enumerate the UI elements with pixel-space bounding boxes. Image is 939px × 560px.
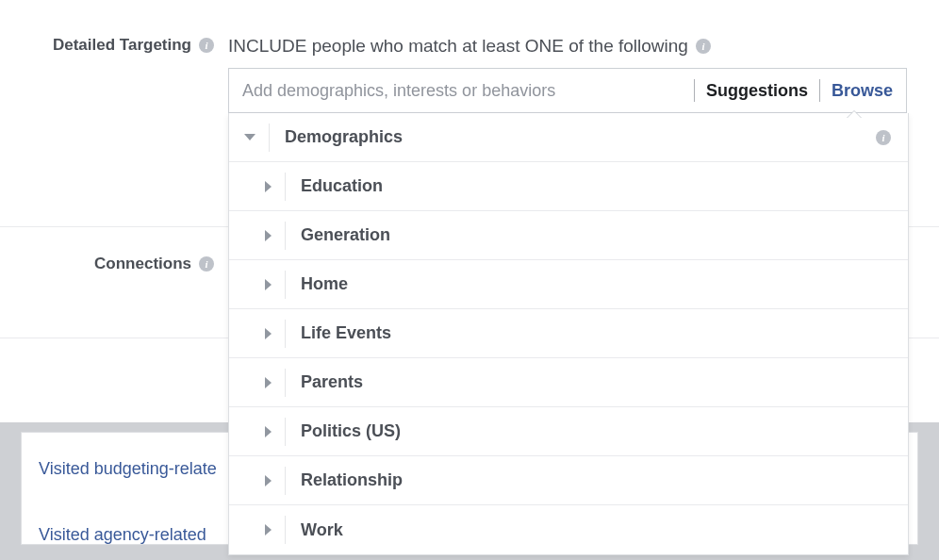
chevron-right-icon <box>265 475 272 486</box>
category-relationship[interactable]: Relationship <box>229 456 908 505</box>
targeting-search-box[interactable]: Suggestions Browse Demographics i Educat… <box>228 68 907 113</box>
chevron-right-icon <box>265 524 272 535</box>
category-label: Parents <box>301 372 363 392</box>
category-generation[interactable]: Generation <box>229 211 908 260</box>
connections-text: Connections <box>94 255 191 273</box>
category-education[interactable]: Education <box>229 162 908 211</box>
include-header-text: INCLUDE people who match at least ONE of… <box>228 36 688 57</box>
detailed-targeting-label: Detailed Targeting i <box>28 19 228 55</box>
info-icon[interactable]: i <box>696 39 711 54</box>
category-label: Work <box>301 520 343 540</box>
divider <box>694 79 695 102</box>
info-icon[interactable]: i <box>199 38 214 53</box>
chevron-right-icon <box>265 377 272 388</box>
category-label: Demographics <box>285 127 403 147</box>
category-work[interactable]: Work <box>229 505 908 554</box>
divider <box>285 369 286 397</box>
browse-link[interactable]: Browse <box>832 81 893 101</box>
divider <box>285 271 286 299</box>
divider <box>285 418 286 446</box>
chevron-right-icon <box>265 328 272 339</box>
targeting-search-input[interactable] <box>242 81 683 101</box>
category-demographics[interactable]: Demographics i <box>229 113 908 162</box>
info-icon[interactable]: i <box>876 130 891 145</box>
divider <box>285 516 286 544</box>
chevron-down-icon <box>244 134 255 140</box>
category-politics-us[interactable]: Politics (US) <box>229 407 908 456</box>
category-life-events[interactable]: Life Events <box>229 309 908 358</box>
suggestions-link[interactable]: Suggestions <box>706 81 808 101</box>
divider <box>269 124 270 152</box>
visited-agency-link[interactable]: Visited agency-related <box>39 525 206 545</box>
connections-label: Connections i <box>28 255 228 273</box>
include-header: INCLUDE people who match at least ONE of… <box>228 19 939 57</box>
dropdown-caret-icon <box>847 110 862 118</box>
browse-dropdown: Demographics i Education Generation Home <box>228 113 909 555</box>
chevron-right-icon <box>265 230 272 241</box>
category-label: Life Events <box>301 323 391 343</box>
divider <box>285 467 286 495</box>
visited-budgeting-link[interactable]: Visited budgeting-relate <box>39 459 217 479</box>
category-home[interactable]: Home <box>229 260 908 309</box>
category-label: Education <box>301 176 383 196</box>
category-label: Relationship <box>301 470 403 490</box>
detailed-targeting-text: Detailed Targeting <box>53 36 191 55</box>
category-parents[interactable]: Parents <box>229 358 908 407</box>
category-label: Home <box>301 274 348 294</box>
divider <box>285 173 286 201</box>
info-icon[interactable]: i <box>199 256 214 272</box>
chevron-right-icon <box>265 426 272 437</box>
divider <box>285 320 286 348</box>
chevron-right-icon <box>265 181 272 192</box>
category-label: Politics (US) <box>301 421 401 441</box>
divider <box>285 222 286 250</box>
category-label: Generation <box>301 225 390 245</box>
chevron-right-icon <box>265 279 272 290</box>
divider <box>819 79 820 102</box>
